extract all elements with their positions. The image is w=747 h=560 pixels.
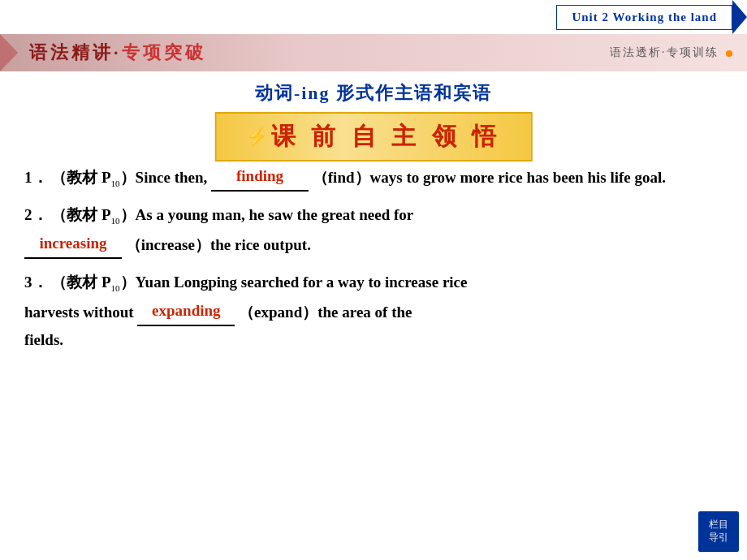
section-title: 动词-ing 形式作主语和宾语 (0, 81, 747, 106)
banner-arrow-icon (0, 34, 18, 71)
question-3-line3: fields. (24, 326, 723, 354)
question-3: 3． （教材 P10）Yuan Longping searched for a … (24, 269, 723, 354)
question-3-line1: 3． （教材 P10）Yuan Longping searched for a … (24, 269, 723, 297)
q1-num: 1． (24, 169, 48, 186)
banner-left: 语法精讲·专项突破 (0, 34, 214, 71)
question-1: 1． （教材 P10）Since then, finding （find）way… (24, 162, 723, 192)
unit-label-text: Unit 2 Working the land (556, 5, 732, 30)
unit-arrow-icon (732, 0, 747, 34)
q2-answer: increasing (39, 235, 106, 252)
question-2-line1: 2． （教材 P10）As a young man, he saw the gr… (24, 201, 723, 230)
dot-icon (726, 50, 732, 57)
lesson-title-text: 课 前 自 主 领 悟 (271, 120, 502, 153)
q2-after: （increase）the rice output. (126, 236, 311, 253)
nav-label-line1: 栏目 (709, 519, 728, 532)
q3-blank: expanding (137, 297, 235, 326)
q3-fields: fields. (24, 331, 63, 348)
nav-label-line2: 导引 (709, 532, 728, 545)
question-3-line2: harvests without expanding （expand）the a… (24, 297, 723, 326)
q1-after: （find）ways to grow more rice has been hi… (313, 169, 666, 186)
question-2-line2: increasing （increase）the rice output. (24, 230, 723, 259)
question-2: 2． （教材 P10）As a young man, he saw the gr… (24, 201, 723, 259)
unit-label: Unit 2 Working the land (556, 0, 747, 34)
question-1-line: 1． （教材 P10）Since then, finding （find）way… (24, 162, 723, 192)
q2-prefix: （教材 P10）As a young man, he saw the great… (51, 206, 413, 223)
q1-prefix: （教材 P10）Since then, (51, 169, 211, 186)
q3-num: 3． (24, 274, 48, 291)
nav-button[interactable]: 栏目 导引 (698, 511, 739, 552)
q2-blank: increasing (24, 230, 122, 259)
q3-before: harvests without (24, 304, 137, 321)
lesson-title-box: ⚡ 课 前 自 主 领 悟 (215, 112, 533, 162)
q1-blank: finding (211, 162, 309, 192)
q3-after: （expand）the area of the (239, 304, 412, 321)
q2-num: 2． (24, 206, 48, 223)
banner-title: 语法精讲·专项突破 (21, 41, 214, 65)
q3-prefix: （教材 P10）Yuan Longping searched for a way… (51, 274, 467, 291)
top-banner: 语法精讲·专项突破 语法透析·专项训练 (0, 34, 747, 71)
banner-right: 语法透析·专项训练 (610, 45, 732, 60)
q3-answer: expanding (152, 302, 220, 319)
lesson-title-icon: ⚡ (246, 127, 268, 148)
q1-answer: finding (236, 167, 283, 184)
content-area: 1． （教材 P10）Since then, finding （find）way… (24, 162, 723, 364)
